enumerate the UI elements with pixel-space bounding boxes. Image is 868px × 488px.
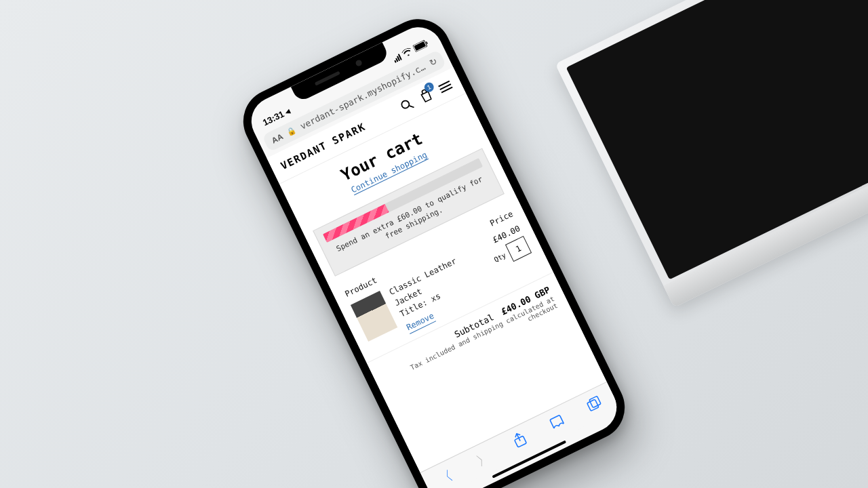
svg-rect-6 (587, 399, 599, 411)
menu-icon[interactable] (438, 81, 452, 94)
svg-point-3 (400, 99, 410, 109)
share-icon[interactable] (511, 430, 530, 452)
svg-rect-1 (414, 41, 426, 51)
reload-icon[interactable]: ↻ (427, 56, 438, 68)
svg-rect-7 (589, 396, 601, 407)
forward-icon: 〉 (473, 448, 494, 470)
lock-icon: 🔒 (285, 125, 298, 138)
bookmarks-icon[interactable] (548, 413, 567, 432)
cellular-icon (392, 54, 401, 63)
laptop-prop (555, 0, 868, 308)
svg-line-4 (410, 104, 414, 109)
svg-rect-5 (514, 436, 526, 447)
battery-icon (412, 39, 430, 54)
qty-label: Qty (493, 251, 507, 264)
back-icon[interactable]: 〈 (435, 466, 456, 488)
cart-icon[interactable]: 1 (418, 87, 435, 105)
wifi-icon (401, 46, 414, 60)
qty-input[interactable]: 1 (505, 236, 532, 262)
search-icon[interactable] (399, 96, 416, 115)
product-thumbnail[interactable] (351, 291, 397, 342)
tabs-icon[interactable] (585, 394, 604, 414)
text-size-button[interactable]: AA (270, 131, 285, 145)
